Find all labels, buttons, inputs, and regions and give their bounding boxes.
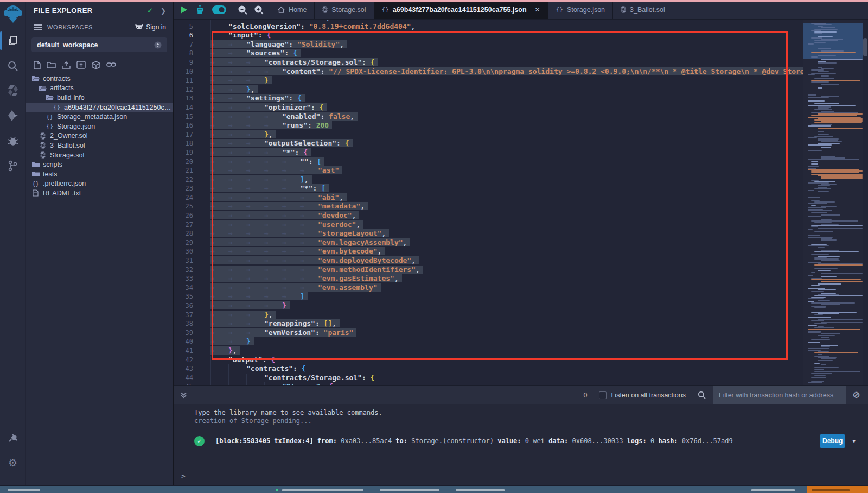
status-bar <box>0 485 868 493</box>
run-script-button[interactable] <box>180 5 188 14</box>
code-line-29[interactable]: 29→→→→→→"evm.legacyAssembly", <box>174 238 803 248</box>
hamburger-menu-icon[interactable] <box>34 24 42 30</box>
workspace-select[interactable]: default_workspace <box>31 37 167 52</box>
code-line-22[interactable]: 22→→→→→], <box>174 175 803 185</box>
tree-item-storage-sol[interactable]: Storage.sol <box>26 150 173 160</box>
tab-a69b43f277ba20fcac141151250ca755-json[interactable]: {}a69b43f277ba20fcac141151250ca755.json✕ <box>374 0 548 19</box>
tree-item-storage-json[interactable]: {}Storage.json <box>26 122 173 131</box>
code-line-5[interactable]: 5 "solcLongVersion": "0.8.19+commit.7dd6… <box>174 22 803 31</box>
listen-all-checkbox[interactable] <box>599 391 607 399</box>
tree-item-build-info[interactable]: build-info <box>26 93 173 103</box>
code-line-31[interactable]: 31→→→→→→"evm.deployedBytecode", <box>174 256 803 266</box>
code-line-28[interactable]: 28→→→→→→"storageLayout", <box>174 229 803 238</box>
minimap[interactable] <box>803 20 863 385</box>
code-line-30[interactable]: 30→→→→→→"evm.bytecode", <box>174 247 803 256</box>
remix-logo-icon[interactable] <box>0 0 25 28</box>
code-line-43[interactable]: 43 "contracts": { <box>174 364 803 374</box>
code-line-27[interactable]: 27→→→→→→"userdoc", <box>174 220 803 230</box>
sidebar-item-plugin-manager[interactable] <box>0 425 25 450</box>
terminal-expand-icon[interactable] <box>180 391 187 399</box>
code-line-11[interactable]: 11→→→} <box>174 76 803 85</box>
new-file-icon[interactable] <box>34 61 41 69</box>
code-editor[interactable]: 4 "solcVersion": "0.8.19",5 "solcLongVer… <box>174 20 868 385</box>
sidebar-item-git[interactable] <box>0 153 25 178</box>
chevron-right-icon[interactable]: ❯ <box>161 7 166 15</box>
tree-item-tests[interactable]: tests <box>26 169 173 179</box>
template-box-icon[interactable] <box>92 61 100 69</box>
line-number: 23 <box>174 184 202 193</box>
code-line-14[interactable]: 14→→→"optimizer": { <box>174 103 803 112</box>
zoom-out-button[interactable] <box>238 5 247 15</box>
upload-file-icon[interactable] <box>62 61 71 69</box>
tree-item--prettierrc-json[interactable]: {}.prettierrc.json <box>26 179 173 189</box>
tab-storage-sol[interactable]: Storage.sol <box>315 0 374 19</box>
code-line-35[interactable]: 35→→→→→] <box>174 292 803 301</box>
code-line-34[interactable]: 34→→→→→→"evm.assembly" <box>174 283 803 293</box>
code-line-16[interactable]: 16→→→→"runs": 200 <box>174 121 803 130</box>
code-line-32[interactable]: 32→→→→→→"evm.methodIdentifiers", <box>174 266 803 275</box>
code-line-12[interactable]: 12→→}, <box>174 85 803 94</box>
code-line-9[interactable]: 9→→→"contracts/Storage.sol": { <box>174 58 803 67</box>
tree-item-scripts[interactable]: scripts <box>26 160 173 169</box>
upload-folder-icon[interactable] <box>76 61 86 69</box>
tree-item-a69b43f277ba20fcac141151250ca7-[interactable]: {}a69b43f277ba20fcac141151250ca7... <box>26 103 173 112</box>
code-line-39[interactable]: 39→→→"evmVersion": "paris" <box>174 328 803 338</box>
code-line-44[interactable]: 44 "contracts/Storage.sol": { <box>174 374 803 383</box>
tab-3-ballot-sol[interactable]: 3_Ballot.sol <box>613 0 673 19</box>
clear-console-icon[interactable]: 🚫︎ <box>852 390 860 400</box>
tab-storage-json[interactable]: {}Storage.json <box>548 0 613 19</box>
code-line-24[interactable]: 24→→→→→→"abi", <box>174 193 803 203</box>
tree-item-artifacts[interactable]: artifacts <box>26 84 173 93</box>
debug-button[interactable]: Debug <box>820 434 845 448</box>
code-line-17[interactable]: 17→→→}, <box>174 130 803 140</box>
sidebar-item-deploy-run[interactable] <box>0 103 25 128</box>
new-folder-icon[interactable] <box>47 61 56 69</box>
code-line-15[interactable]: 15→→→→"enabled": false, <box>174 112 803 122</box>
code-line-41[interactable]: 41→}, <box>174 346 803 356</box>
sidebar-item-settings[interactable]: ⚙ <box>0 450 25 475</box>
sidebar-item-debugger[interactable] <box>0 128 25 153</box>
code-line-42[interactable]: 42 "output": { <box>174 356 803 365</box>
code-line-40[interactable]: 40→→} <box>174 337 803 346</box>
sidebar-item-solidity-compiler[interactable] <box>0 78 25 103</box>
line-number: 32 <box>174 266 202 275</box>
copilot-toggle[interactable] <box>212 5 226 14</box>
zoom-in-button[interactable] <box>254 5 264 15</box>
tree-item-2-owner-sol[interactable]: 2_Owner.sol <box>26 131 173 141</box>
link-icon[interactable] <box>106 61 116 69</box>
tx-expand-chevron-icon[interactable]: ▾ <box>852 437 856 445</box>
tree-item-readme-txt[interactable]: README.txt <box>26 188 173 198</box>
transaction-log-row[interactable]: ✓ [block:5583405 txIndex:4] from: 0xa03.… <box>194 433 861 448</box>
remix-ai-robot-icon[interactable] <box>195 5 205 14</box>
tree-item-storage-metadata-json[interactable]: {}Storage_metadata.json <box>26 112 173 122</box>
code-line-10[interactable]: 10→→→→"content": "// SPDX-License-Identi… <box>174 67 803 77</box>
sidebar-item-file-explorer[interactable] <box>0 28 25 53</box>
code-line-25[interactable]: 25→→→→→→"metadata", <box>174 202 803 211</box>
code-line-26[interactable]: 26→→→→→→"devdoc", <box>174 211 803 220</box>
code-line-37[interactable]: 37→→→}, <box>174 311 803 320</box>
code-line-8[interactable]: 8→→"sources": { <box>174 49 803 58</box>
tab-close-icon[interactable]: ✕ <box>535 6 540 14</box>
tree-item-3-ballot-sol[interactable]: 3_Ballot.sol <box>26 141 173 150</box>
code-line-36[interactable]: 36→→→→} <box>174 301 803 311</box>
code-line-38[interactable]: 38→→→"remappings": [], <box>174 319 803 328</box>
code-line-13[interactable]: 13→→"settings": { <box>174 94 803 103</box>
code-line-23[interactable]: 23→→→→→"*": [ <box>174 184 803 193</box>
editor-scrollbar[interactable] <box>863 20 868 385</box>
tab-home[interactable]: Home <box>270 0 315 19</box>
code-line-7[interactable]: 7→→"language": "Solidity", <box>174 40 803 49</box>
code-line-33[interactable]: 33→→→→→→"evm.gasEstimates", <box>174 274 803 283</box>
sidebar-item-search[interactable] <box>0 53 25 78</box>
line-content: →→→→→→"evm.deployedBytecode", <box>202 256 419 266</box>
line-content: →→→"evmVersion": "paris" <box>202 328 356 338</box>
line-content: →→→→→→"devdoc", <box>202 211 359 220</box>
code-line-18[interactable]: 18→→→"outputSelection": { <box>174 139 803 148</box>
tree-item-contracts[interactable]: contracts <box>26 74 173 84</box>
transaction-filter-input[interactable] <box>713 386 846 404</box>
sign-in-button[interactable]: Sign in <box>135 23 166 31</box>
code-line-20[interactable]: 20→→→→→"": [ <box>174 157 803 167</box>
code-line-6[interactable]: 6 "input": { <box>174 31 803 40</box>
code-line-19[interactable]: 19→→→→"*": { <box>174 148 803 157</box>
terminal-prompt[interactable]: > <box>181 472 186 480</box>
code-line-21[interactable]: 21→→→→→→"ast" <box>174 166 803 175</box>
